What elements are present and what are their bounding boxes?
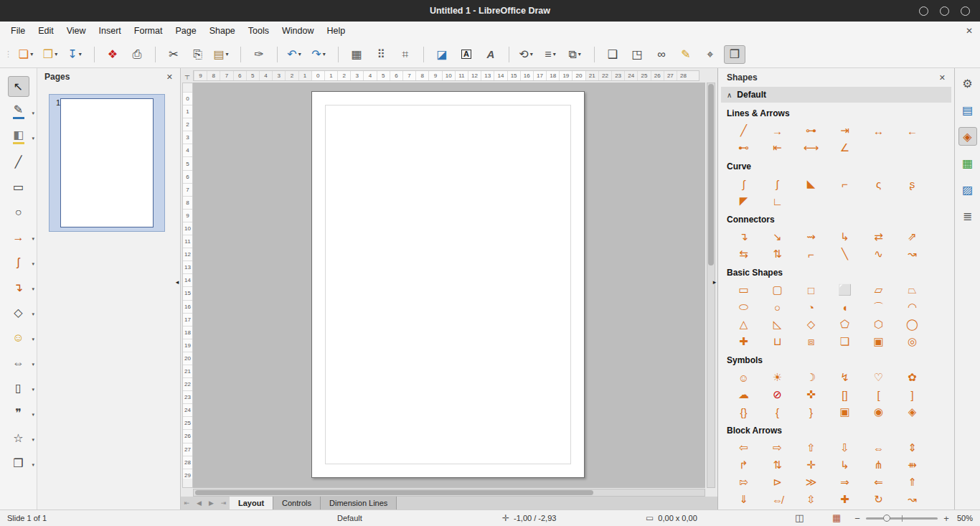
diamond-bevel-shape[interactable]: ◈ [895,403,929,421]
toolbar-drag-handle[interactable]: ⋮ [4,50,12,59]
arrange-button[interactable]: ⧉▾ [565,45,587,64]
left-brace-shape[interactable]: { [760,403,794,421]
menu-window[interactable]: Window [275,22,320,41]
filter-button[interactable]: ∞ [651,45,672,64]
straight-connector-shape[interactable]: ╲ [828,245,862,263]
connectors-tool[interactable]: ↴▾ [0,275,37,300]
clone-formatting-button[interactable]: ✑ [248,45,270,64]
save-button[interactable]: ↧▾ [65,45,87,64]
open-dropdown[interactable]: ▾ [55,51,60,57]
zoom-out-button[interactable]: − [854,513,861,524]
s-shaped-arrow-shape[interactable]: ↝ [895,491,929,508]
close-button[interactable] [961,6,970,16]
menu-file[interactable]: File [4,22,32,41]
arrange-dropdown[interactable]: ▾ [578,51,584,57]
line-ends-with-arrow-shape[interactable]: → [760,122,794,139]
striped-right-arrow-shape[interactable]: ⇻ [895,456,929,474]
left-right-arrow-callout-shape[interactable]: ⇎ [760,491,794,508]
save-dropdown[interactable]: ▾ [79,51,85,57]
select-tool[interactable]: ↖ [0,74,37,99]
callout-shapes-tool[interactable]: ❞▾ [0,400,37,426]
flower-shape[interactable]: ✿ [895,369,929,386]
callout-shapes-dropdown[interactable]: ▾ [32,412,34,418]
line-with-circle-arrow-shape[interactable]: ⊷ [727,139,760,156]
circle-segment-shape[interactable]: ◖ [828,299,862,316]
fill-color-tool[interactable]: ◧▾ [0,124,37,149]
snap-to-grid-button[interactable]: ⠿ [370,45,392,64]
octagon-shape[interactable]: ◯ [895,316,929,333]
shapes-deck-tab[interactable]: ◈ [958,127,977,146]
line-with-arrows-shape[interactable]: ↔ [862,122,895,139]
polygon-45-filled-shape[interactable]: ◤ [727,192,760,210]
circular-arrow-shape[interactable]: ↻ [862,491,895,508]
shadow-button[interactable]: ❑ [602,45,623,64]
menu-help[interactable]: Help [320,22,352,41]
rectangle-rounded-shape[interactable]: ▢ [760,281,794,299]
pentagon-shape[interactable]: ⊳ [760,474,794,491]
symbol-shapes-dropdown[interactable]: ▾ [32,337,34,342]
page-thumbnail[interactable]: 1 [49,94,165,232]
shapes-panel-close-button[interactable]: ✕ [939,73,946,83]
right-triangle-shape[interactable]: ◺ [760,316,794,333]
fit-slide-button[interactable]: ◫ [795,510,804,526]
horizontal-scrollbar-thumb[interactable] [195,490,593,495]
right-bracket-shape[interactable]: ] [895,386,929,403]
insert-line-tool[interactable]: ╱ [0,149,37,174]
line-connector-shape[interactable]: ↝ [895,245,929,263]
line-with-arrow-square-shape[interactable]: ⇥ [828,122,862,139]
vertical-scrollbar-thumb[interactable] [708,84,714,266]
horizontal-ruler[interactable]: 9876543210123456789101112131415161718192… [193,70,699,81]
insert-fontwork-text-button[interactable]: A [480,45,501,64]
undo-button[interactable]: ↶▾ [285,45,306,64]
tab-layout[interactable]: Layout [230,497,273,509]
redo-button[interactable]: ↷▾ [309,45,331,64]
zoom-slider-track[interactable] [866,517,938,520]
transformations-button[interactable]: ⟲▾ [517,45,538,64]
sun-shape[interactable]: ☀ [760,369,794,386]
up-down-arrow-callout-shape[interactable]: ⇳ [794,491,828,508]
curve-filled-shape[interactable]: ∫ [727,175,760,192]
trapezoid-shape[interactable]: ⏢ [895,281,929,299]
line-connector-ends-with-arrow-shape[interactable]: ↳ [828,228,862,245]
minimize-button[interactable] [919,6,928,16]
document-page[interactable] [311,91,585,478]
dimension-line-shape[interactable]: ⟷ [794,139,828,156]
ring-shape[interactable]: ◎ [895,333,929,350]
heart-shape[interactable]: ♡ [862,369,895,386]
cube-shape[interactable]: ⧈ [794,333,828,350]
display-grid-button[interactable]: ▦ [346,45,367,64]
line-with-square-arrow-shape[interactable]: ⇤ [760,139,794,156]
split-arrow-shape[interactable]: ⋔ [862,456,895,474]
right-panel-splitter[interactable]: ▸ [711,278,718,286]
up-arrow-shape[interactable]: ⇧ [794,439,828,456]
basic-shapes-tool[interactable]: ◇▾ [0,300,37,325]
corner-right-arrow-shape[interactable]: ↳ [828,456,862,474]
block-arrows-dropdown[interactable]: ▾ [32,362,34,367]
tab-dimension-lines[interactable]: Dimension Lines [321,497,397,509]
new-drawing-button[interactable]: ❏▾ [17,45,38,64]
curves-and-polygons-tool[interactable]: ʃ▾ [0,250,37,275]
line-with-arrow-circle-shape[interactable]: ⊶ [794,122,828,139]
lines-and-arrows-dropdown[interactable]: ▾ [32,236,34,242]
block-arc-shape[interactable]: ◠ [895,299,929,316]
double-bracket-shape[interactable]: [] [828,386,862,403]
previous-page-button[interactable]: ◀ [193,497,205,509]
polygon-filled-shape[interactable]: ◣ [794,175,828,192]
down-arrow-shape[interactable]: ⇩ [828,439,862,456]
flowchart-dropdown[interactable]: ▾ [32,387,34,393]
freeform-line-shape[interactable]: ʂ [895,175,929,192]
properties-deck-tab[interactable]: ▤ [958,100,977,119]
lightning-bolt-shape[interactable]: ↯ [828,369,862,386]
hexagon-shape[interactable]: ⬡ [862,316,895,333]
circle-pie-shape[interactable]: ◔ [794,299,828,316]
menu-page[interactable]: Page [169,22,202,41]
menu-format[interactable]: Format [128,22,169,41]
curve-shape[interactable]: ʃ [760,175,794,192]
cut-button[interactable]: ✂ [163,45,184,64]
moon-shape[interactable]: ☽ [794,369,828,386]
zoom-slider[interactable]: − + [854,510,950,526]
diamond-shape[interactable]: ◇ [794,316,828,333]
cylinder-shape[interactable]: ⊔ [760,333,794,350]
smiley-face-shape[interactable]: ☺ [727,369,760,386]
octagon-bevel-shape[interactable]: ◉ [862,403,895,421]
